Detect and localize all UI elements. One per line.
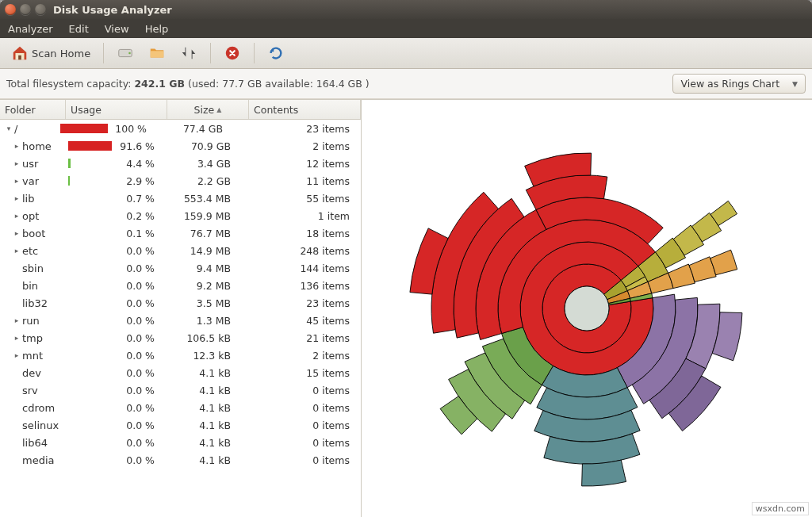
titlebar[interactable]: Disk Usage Analyzer xyxy=(0,0,812,19)
table-row[interactable]: ▸mnt0.0 %12.3 kB2 items xyxy=(0,347,361,364)
folder-tree[interactable]: ▾/100 %77.4 GB23 items▸home91.6 %70.9 GB… xyxy=(0,120,361,517)
view-mode-label: View as Rings Chart xyxy=(680,78,779,90)
table-row[interactable]: ▾/100 %77.4 GB23 items xyxy=(0,120,361,137)
usage-percent: 0.0 % xyxy=(116,402,159,414)
usage-bar xyxy=(68,385,116,395)
usage-bar xyxy=(68,193,116,203)
table-row[interactable]: ▸etc0.0 %14.9 MB248 items xyxy=(0,242,361,259)
expander-icon[interactable]: ▸ xyxy=(13,177,21,185)
network-transfer-icon xyxy=(180,44,197,62)
usage-percent: 0.7 % xyxy=(116,193,159,205)
folder-icon xyxy=(148,44,166,62)
table-row[interactable]: sbin0.0 %9.4 MB144 items xyxy=(0,259,361,277)
rings-chart[interactable] xyxy=(373,112,801,505)
window-title: Disk Usage Analyzer xyxy=(53,4,172,16)
col-folder[interactable]: Folder xyxy=(0,100,66,119)
folder-name: var xyxy=(22,175,39,187)
usage-bar xyxy=(68,246,116,255)
folder-name: lib32 xyxy=(22,297,48,309)
size-cell: 4.1 kB xyxy=(159,367,239,379)
view-mode-selector[interactable]: View as Rings Chart ▼ xyxy=(672,74,806,94)
usage-bar xyxy=(68,438,116,447)
toolbar-separator xyxy=(254,43,255,63)
expander-icon[interactable]: ▸ xyxy=(13,212,21,220)
capacity-suffix: (used: 77.7 GB available: 164.4 GB ) xyxy=(185,78,370,90)
rings-center[interactable] xyxy=(565,286,609,331)
scan-home-button[interactable]: Scan Home xyxy=(6,41,95,65)
window-maximize-button[interactable] xyxy=(35,4,46,15)
ring-segment[interactable] xyxy=(582,460,626,486)
contents-cell: 0 items xyxy=(239,419,361,431)
usage-percent: 0.0 % xyxy=(116,280,159,292)
usage-percent: 0.0 % xyxy=(116,332,159,344)
size-cell: 4.1 kB xyxy=(159,454,239,466)
folder-name: lib xyxy=(22,193,34,205)
window-minimize-button[interactable] xyxy=(20,4,31,15)
expander-icon[interactable]: ▸ xyxy=(13,142,21,150)
expander-icon[interactable]: ▸ xyxy=(13,334,21,342)
col-size[interactable]: Size ▲ xyxy=(167,100,249,119)
table-row[interactable]: bin0.0 %9.2 MB136 items xyxy=(0,277,361,294)
scan-filesystem-button[interactable] xyxy=(112,41,139,65)
table-row[interactable]: ▸usr4.4 %3.4 GB12 items xyxy=(0,155,361,172)
usage-percent: 2.9 % xyxy=(116,175,159,187)
menu-analyzer[interactable]: Analyzer xyxy=(0,19,61,38)
size-cell: 76.7 MB xyxy=(159,228,239,239)
size-cell: 106.5 kB xyxy=(159,332,239,344)
folder-name: / xyxy=(14,123,17,135)
refresh-button[interactable] xyxy=(262,41,289,65)
expander-icon[interactable]: ▸ xyxy=(13,247,21,255)
menu-edit[interactable]: Edit xyxy=(61,19,97,38)
table-row[interactable]: ▸opt0.2 %159.9 MB1 item xyxy=(0,207,361,224)
capacity-bar: Total filesystem capacity: 242.1 GB (use… xyxy=(0,69,812,99)
col-usage[interactable]: Usage xyxy=(66,100,167,119)
sort-ascending-icon: ▲ xyxy=(216,106,221,113)
table-row[interactable]: media0.0 %4.1 kB0 items xyxy=(0,451,361,469)
expander-icon[interactable]: ▾ xyxy=(5,124,13,132)
usage-bar xyxy=(68,333,116,343)
contents-cell: 248 items xyxy=(239,245,361,257)
table-row[interactable]: srv0.0 %4.1 kB0 items xyxy=(0,381,361,399)
folder-name: run xyxy=(22,315,40,327)
usage-percent: 0.0 % xyxy=(116,454,159,466)
expander-icon[interactable]: ▸ xyxy=(13,159,21,167)
usage-percent: 0.0 % xyxy=(116,245,159,257)
expander-icon[interactable]: ▸ xyxy=(13,351,21,359)
expander-icon[interactable]: ▸ xyxy=(13,194,21,202)
window-close-button[interactable] xyxy=(5,4,16,15)
svg-rect-1 xyxy=(18,56,21,60)
expander-icon[interactable]: ▸ xyxy=(13,229,21,237)
expander-icon[interactable]: ▸ xyxy=(13,316,21,324)
size-cell: 3.5 MB xyxy=(159,297,239,309)
watermark: wsxdn.com xyxy=(752,502,809,515)
table-row[interactable]: ▸lib0.7 %553.4 MB55 items xyxy=(0,190,361,207)
contents-cell: 23 items xyxy=(239,297,361,309)
menu-view[interactable]: View xyxy=(97,19,137,38)
usage-bar xyxy=(68,281,116,290)
table-row[interactable]: selinux0.0 %4.1 kB0 items xyxy=(0,416,361,434)
usage-bar xyxy=(68,141,116,151)
harddrive-icon xyxy=(117,44,134,62)
col-contents[interactable]: Contents xyxy=(249,100,361,119)
table-row[interactable]: lib640.0 %4.1 kB0 items xyxy=(0,434,361,451)
menu-help[interactable]: Help xyxy=(137,19,177,38)
table-row[interactable]: ▸tmp0.0 %106.5 kB21 items xyxy=(0,329,361,347)
folder-name: lib64 xyxy=(22,437,48,449)
table-row[interactable]: ▸run0.0 %1.3 MB45 items xyxy=(0,312,361,329)
scan-folder-button[interactable] xyxy=(144,41,170,65)
size-cell: 3.4 GB xyxy=(159,158,239,170)
table-row[interactable]: dev0.0 %4.1 kB15 items xyxy=(0,364,361,381)
table-row[interactable]: lib320.0 %3.5 MB23 items xyxy=(0,294,361,312)
table-row[interactable]: cdrom0.0 %4.1 kB0 items xyxy=(0,399,361,416)
scan-remote-button[interactable] xyxy=(175,41,202,65)
stop-button[interactable] xyxy=(219,41,246,65)
usage-percent: 0.1 % xyxy=(116,228,159,239)
usage-percent: 91.6 % xyxy=(116,140,159,152)
contents-cell: 2 items xyxy=(239,140,361,152)
capacity-total: 242.1 GB xyxy=(134,78,185,90)
table-row[interactable]: ▸home91.6 %70.9 GB2 items xyxy=(0,137,361,155)
table-row[interactable]: ▸boot0.1 %76.7 MB18 items xyxy=(0,224,361,242)
table-row[interactable]: ▸var2.9 %2.2 GB11 items xyxy=(0,172,361,190)
home-icon xyxy=(11,44,29,62)
contents-cell: 0 items xyxy=(239,454,361,466)
